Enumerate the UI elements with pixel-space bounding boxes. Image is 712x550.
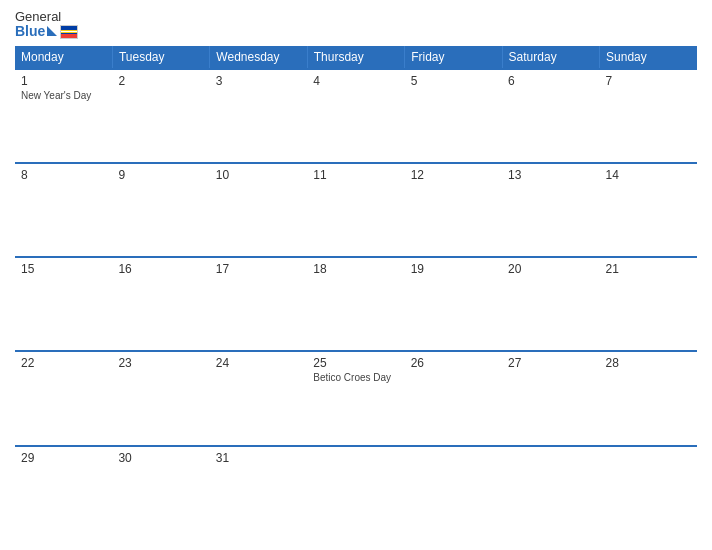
- header-tuesday: Tuesday: [112, 46, 209, 69]
- table-row: 28: [600, 351, 697, 445]
- calendar-week-row: 1New Year's Day234567: [15, 69, 697, 163]
- header-sunday: Sunday: [600, 46, 697, 69]
- table-row: 25Betico Croes Day: [307, 351, 404, 445]
- day-number: 16: [118, 262, 203, 276]
- calendar-header: General Blue: [15, 10, 697, 40]
- day-event-label: Betico Croes Day: [313, 372, 398, 383]
- day-number: 18: [313, 262, 398, 276]
- table-row: 19: [405, 257, 502, 351]
- day-number: 30: [118, 451, 203, 465]
- logo-bottom-row: Blue: [15, 24, 78, 39]
- table-row: 3: [210, 69, 307, 163]
- table-row: 23: [112, 351, 209, 445]
- table-row: 20: [502, 257, 599, 351]
- logo: General Blue: [15, 10, 78, 40]
- day-number: 8: [21, 168, 106, 182]
- table-row: 26: [405, 351, 502, 445]
- day-number: 25: [313, 356, 398, 370]
- table-row: 27: [502, 351, 599, 445]
- day-number: 3: [216, 74, 301, 88]
- calendar-week-row: 22232425Betico Croes Day262728: [15, 351, 697, 445]
- calendar-week-row: 293031: [15, 446, 697, 540]
- weekday-header-row: Monday Tuesday Wednesday Thursday Friday…: [15, 46, 697, 69]
- day-number: 26: [411, 356, 496, 370]
- table-row: 16: [112, 257, 209, 351]
- day-number: 10: [216, 168, 301, 182]
- logo-general-text: General: [15, 10, 61, 24]
- calendar-week-row: 15161718192021: [15, 257, 697, 351]
- table-row: 17: [210, 257, 307, 351]
- day-number: 9: [118, 168, 203, 182]
- day-event-label: New Year's Day: [21, 90, 106, 101]
- header-saturday: Saturday: [502, 46, 599, 69]
- day-number: 1: [21, 74, 106, 88]
- table-row: 9: [112, 163, 209, 257]
- day-number: 7: [606, 74, 691, 88]
- table-row: [600, 446, 697, 540]
- aruba-flag-icon: [60, 25, 78, 39]
- table-row: 22: [15, 351, 112, 445]
- day-number: 4: [313, 74, 398, 88]
- calendar-page: General Blue Monday Tuesday: [0, 0, 712, 550]
- table-row: [405, 446, 502, 540]
- day-number: 12: [411, 168, 496, 182]
- day-number: 13: [508, 168, 593, 182]
- table-row: 29: [15, 446, 112, 540]
- table-row: 7: [600, 69, 697, 163]
- day-number: 24: [216, 356, 301, 370]
- table-row: 13: [502, 163, 599, 257]
- table-row: 24: [210, 351, 307, 445]
- day-number: 19: [411, 262, 496, 276]
- day-number: 15: [21, 262, 106, 276]
- day-number: 27: [508, 356, 593, 370]
- table-row: 18: [307, 257, 404, 351]
- table-row: 21: [600, 257, 697, 351]
- day-number: 29: [21, 451, 106, 465]
- day-number: 22: [21, 356, 106, 370]
- table-row: 31: [210, 446, 307, 540]
- table-row: 6: [502, 69, 599, 163]
- table-row: 2: [112, 69, 209, 163]
- day-number: 6: [508, 74, 593, 88]
- calendar-week-row: 891011121314: [15, 163, 697, 257]
- header-friday: Friday: [405, 46, 502, 69]
- table-row: 14: [600, 163, 697, 257]
- table-row: 15: [15, 257, 112, 351]
- day-number: 5: [411, 74, 496, 88]
- table-row: [307, 446, 404, 540]
- table-row: 11: [307, 163, 404, 257]
- table-row: 10: [210, 163, 307, 257]
- table-row: 5: [405, 69, 502, 163]
- table-row: 4: [307, 69, 404, 163]
- day-number: 21: [606, 262, 691, 276]
- day-number: 20: [508, 262, 593, 276]
- header-monday: Monday: [15, 46, 112, 69]
- table-row: 8: [15, 163, 112, 257]
- table-row: 30: [112, 446, 209, 540]
- logo-triangle-icon: [47, 26, 57, 36]
- day-number: 11: [313, 168, 398, 182]
- day-number: 31: [216, 451, 301, 465]
- day-number: 17: [216, 262, 301, 276]
- table-row: 1New Year's Day: [15, 69, 112, 163]
- header-thursday: Thursday: [307, 46, 404, 69]
- day-number: 23: [118, 356, 203, 370]
- day-number: 14: [606, 168, 691, 182]
- logo-blue-text: Blue: [15, 24, 45, 39]
- calendar-table: Monday Tuesday Wednesday Thursday Friday…: [15, 46, 697, 540]
- header-wednesday: Wednesday: [210, 46, 307, 69]
- table-row: 12: [405, 163, 502, 257]
- day-number: 2: [118, 74, 203, 88]
- day-number: 28: [606, 356, 691, 370]
- table-row: [502, 446, 599, 540]
